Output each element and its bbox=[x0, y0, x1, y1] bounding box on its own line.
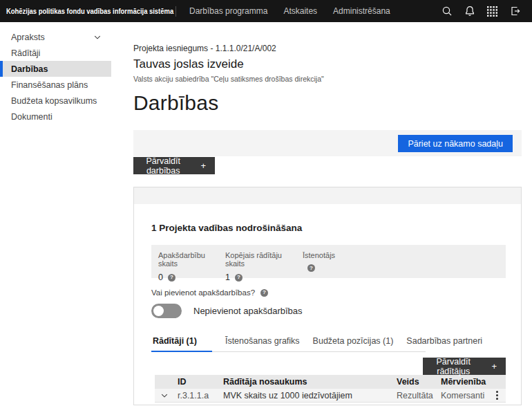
column-header-name: Rādītāja nosaukums bbox=[220, 377, 391, 387]
subactivities-question: Vai pievienot apakšdarbības? bbox=[151, 288, 506, 297]
action-bar: Pāriet uz nākamo sadaļu bbox=[133, 130, 522, 156]
activity-tabs: Rādītāji (1) Īstenošanas grafiks Budžeta… bbox=[151, 333, 426, 352]
stat-label: Kopējais rādītāju skaits bbox=[225, 251, 303, 268]
cell-id: r.3.1.1.a bbox=[174, 391, 220, 400]
row-overflow-menu-icon[interactable] bbox=[488, 391, 506, 400]
tab-budzeta-pozicijas[interactable]: Budžeta pozīcijas (1) bbox=[312, 333, 394, 352]
header-icon-group bbox=[435, 0, 532, 22]
activity-stats: Apakšdarbību skaits 0 Kopējais rādītāju … bbox=[151, 245, 506, 278]
cell-type: Rezultāta bbox=[391, 391, 435, 400]
nav-administresana[interactable]: Administrēšana bbox=[333, 6, 390, 16]
sidebar-item-label: Dokumenti bbox=[11, 112, 102, 122]
toggle-label: Nepievienot apakšdarbības bbox=[193, 306, 303, 316]
stat-value: 1 bbox=[225, 273, 230, 282]
sidebar-item-budzeta-kopsavilkums[interactable]: Budžeta kopsavilkums bbox=[0, 93, 111, 109]
manage-indicators-button[interactable]: Pārvaldīt rādītājus + bbox=[423, 358, 506, 375]
page-title: Darbības bbox=[133, 91, 218, 115]
top-bar: Kohēzijas politikas fondu vadības inform… bbox=[0, 0, 532, 22]
stat-total-indicators: Kopējais rādītāju skaits 1 bbox=[225, 251, 303, 282]
card-body: 1 Projekta vadības nodrošināšana Apakšda… bbox=[134, 223, 521, 403]
app-title[interactable]: Kohēzijas politikas fondu vadības inform… bbox=[0, 7, 168, 15]
manage-actions-label: Pārvaldīt darbības bbox=[142, 156, 184, 176]
manage-indicators-label: Pārvaldīt rādītājus bbox=[432, 357, 475, 376]
plus-icon: + bbox=[200, 160, 206, 171]
plus-icon: + bbox=[491, 361, 497, 371]
project-subtitle: Valsts akciju sabiedrība "Ceļu satiksmes… bbox=[133, 75, 324, 83]
stat-value: 0 bbox=[158, 273, 163, 282]
tab-istenosanas-grafiks[interactable]: Īstenošanas grafiks bbox=[224, 333, 300, 352]
sidebar-item-finansesanas-plans[interactable]: Finansēšanas plāns bbox=[0, 77, 111, 93]
row-expand-chevron-icon[interactable] bbox=[155, 391, 174, 400]
column-header-type: Veids bbox=[391, 377, 435, 387]
app-window: Kohēzijas politikas fondu vadības inform… bbox=[0, 0, 532, 415]
table-row: r.3.1.1.a MVK skaits uz 1000 iedzīvotāji… bbox=[155, 389, 506, 402]
nav-atskaites[interactable]: Atskaites bbox=[283, 6, 317, 16]
manage-actions-button[interactable]: Pārvaldīt darbības + bbox=[133, 157, 215, 174]
top-nav: Darbības programma Atskaites Administrēš… bbox=[189, 6, 390, 16]
sidebar-item-label: Rādītāji bbox=[11, 48, 102, 58]
subactivities-question-label: Vai pievienot apakšdarbības? bbox=[151, 288, 255, 297]
column-header-id: ID bbox=[174, 377, 220, 387]
sidebar-item-apraksts[interactable]: Apraksts bbox=[0, 29, 111, 45]
cell-unit: Komersanti bbox=[435, 391, 488, 400]
help-icon[interactable] bbox=[260, 289, 268, 297]
help-icon[interactable] bbox=[235, 274, 243, 282]
tab-sadarbibas-partneri[interactable]: Sadarbības partneri bbox=[405, 333, 482, 352]
sidebar-item-label: Finansēšanas plāns bbox=[11, 80, 102, 90]
notifications-bell-icon[interactable] bbox=[458, 0, 481, 22]
app-switcher-grid-icon[interactable] bbox=[481, 0, 504, 22]
sidebar-item-raditaji[interactable]: Rādītāji bbox=[0, 45, 111, 61]
subactivities-toggle[interactable] bbox=[151, 304, 182, 318]
activity-title: 1 Projekta vadības nodrošināšana bbox=[151, 223, 506, 233]
sidebar-item-label: Darbības bbox=[11, 64, 102, 74]
toggle-knob bbox=[153, 306, 164, 316]
indicators-table: ID Rādītāja nosaukums Veids Mērvienība r… bbox=[155, 375, 506, 403]
project-title: Tauvas joslas izveide bbox=[133, 57, 244, 71]
nav-darbibas-programma[interactable]: Darbības programma bbox=[189, 6, 267, 16]
activity-card: 1 Projekta vadības nodrošināšana Apakšda… bbox=[133, 187, 522, 405]
stat-label: Īstenotājs bbox=[303, 251, 335, 259]
sidebar-item-label: Apraksts bbox=[11, 33, 93, 42]
tab-raditaji[interactable]: Rādītāji (1) bbox=[151, 333, 212, 352]
sidebar: Apraksts Rādītāji Darbības Finansēšanas … bbox=[0, 22, 133, 415]
sidebar-item-dokumenti[interactable]: Dokumenti bbox=[0, 109, 111, 124]
chevron-down-icon bbox=[93, 33, 102, 42]
cell-name: MVK skaits uz 1000 iedzīvotājiem bbox=[220, 391, 391, 400]
card-header-strip bbox=[134, 187, 521, 204]
sidebar-item-label: Budžeta kopsavilkums bbox=[11, 96, 102, 106]
indicators-toolbar: Pārvaldīt rādītājus + bbox=[151, 358, 506, 375]
stat-implementer: Īstenotājs bbox=[303, 251, 335, 272]
table-header-row: ID Rādītāja nosaukums Veids Mērvienība bbox=[155, 375, 506, 389]
help-icon[interactable] bbox=[307, 264, 315, 272]
header-divider bbox=[175, 6, 176, 17]
help-icon[interactable] bbox=[168, 274, 175, 282]
breadcrumb: Projekta iesniegums - 1.1.1.0/21/A/002 bbox=[133, 44, 276, 53]
logout-icon[interactable] bbox=[504, 0, 526, 22]
subactivities-toggle-row: Nepievienot apakšdarbības bbox=[151, 304, 506, 318]
stat-label: Apakšdarbību skaits bbox=[158, 251, 225, 268]
stat-subactivities-count: Apakšdarbību skaits 0 bbox=[158, 251, 225, 282]
sidebar-item-darbibas[interactable]: Darbības bbox=[0, 61, 111, 77]
search-icon[interactable] bbox=[435, 0, 458, 22]
column-header-unit: Mērvienība bbox=[435, 377, 488, 387]
main-content: Projekta iesniegums - 1.1.1.0/21/A/002 T… bbox=[133, 22, 522, 415]
next-section-button[interactable]: Pāriet uz nākamo sadaļu bbox=[398, 135, 513, 152]
